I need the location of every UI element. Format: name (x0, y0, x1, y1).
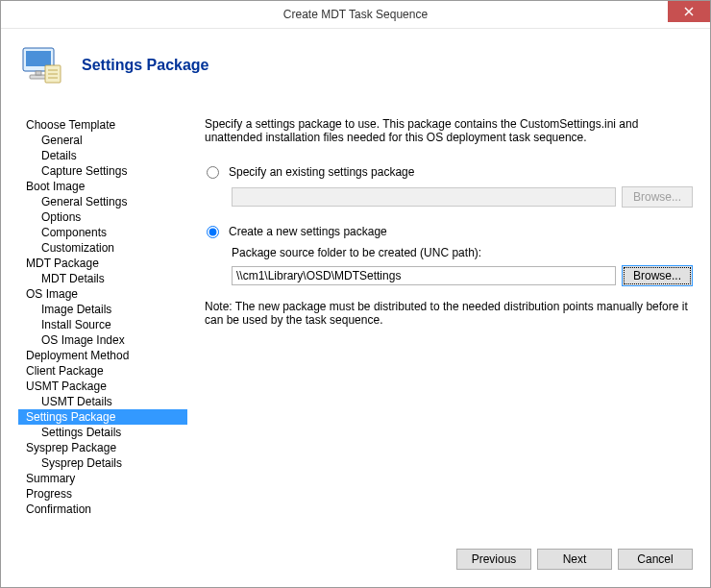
browse-existing-button: Browse... (622, 186, 693, 208)
svg-rect-5 (36, 71, 41, 75)
sidebar-step[interactable]: OS Image Index (18, 332, 187, 348)
sidebar-step[interactable]: Install Source (18, 317, 187, 332)
sidebar-step[interactable]: Settings Package (18, 409, 187, 425)
sidebar-step[interactable]: MDT Details (18, 271, 187, 286)
radio-existing-package[interactable] (207, 166, 219, 179)
sidebar-step[interactable]: USMT Package (18, 379, 187, 394)
wizard-header: Settings Package (1, 29, 710, 117)
wizard-window: Create MDT Task Sequence Settings Packag… (0, 0, 711, 588)
sidebar-step[interactable]: Components (18, 225, 187, 240)
sidebar-step[interactable]: General (18, 133, 187, 148)
sidebar-step[interactable]: USMT Details (18, 394, 187, 409)
page-description: Specify a settings package to use. This … (205, 117, 693, 144)
wizard-content: Specify a settings package to use. This … (191, 117, 693, 570)
sidebar-step[interactable]: Client Package (18, 363, 187, 379)
sidebar-step[interactable]: Progress (18, 486, 187, 502)
svg-rect-4 (30, 75, 47, 79)
radio-new-package[interactable] (207, 226, 219, 238)
radio-existing-label: Specify an existing settings package (229, 165, 414, 179)
previous-button[interactable]: Previous (456, 549, 531, 570)
sidebar-step[interactable]: OS Image (18, 286, 187, 302)
distribution-note: Note: The new package must be distribute… (205, 300, 693, 327)
browse-new-button[interactable]: Browse... (622, 265, 693, 286)
new-package-path-input[interactable] (232, 266, 616, 285)
wizard-footer: Previous Next Cancel (456, 549, 693, 570)
sidebar-step[interactable]: General Settings (18, 194, 187, 209)
page-title: Settings Package (82, 57, 209, 74)
sidebar-step[interactable]: Options (18, 209, 187, 225)
svg-rect-3 (26, 51, 51, 66)
cancel-button[interactable]: Cancel (618, 549, 693, 570)
sidebar-step[interactable]: Confirmation (18, 502, 187, 517)
sidebar-step[interactable]: Image Details (18, 302, 187, 317)
wizard-steps-sidebar: Choose TemplateGeneralDetailsCapture Set… (18, 117, 191, 570)
option-existing-row: Specify an existing settings package (205, 165, 693, 179)
new-package-field-row: Browse... (232, 265, 693, 286)
sidebar-step[interactable]: Sysprep Details (18, 455, 187, 471)
option-new-row: Create a new settings package (205, 225, 693, 238)
sidebar-step[interactable]: MDT Package (18, 256, 187, 271)
titlebar: Create MDT Task Sequence (1, 1, 710, 29)
sidebar-step[interactable]: Choose Template (18, 117, 187, 133)
new-package-path-label: Package source folder to be created (UNC… (232, 246, 693, 259)
sidebar-step[interactable]: Details (18, 148, 187, 163)
computer-icon (18, 42, 64, 88)
close-button[interactable] (668, 1, 710, 22)
sidebar-step[interactable]: Customization (18, 240, 187, 256)
sidebar-step[interactable]: Sysprep Package (18, 440, 187, 455)
sidebar-step[interactable]: Deployment Method (18, 348, 187, 363)
sidebar-step[interactable]: Settings Details (18, 425, 187, 440)
sidebar-step[interactable]: Boot Image (18, 179, 187, 194)
next-button[interactable]: Next (537, 549, 612, 570)
existing-package-field-row: Browse... (232, 186, 693, 208)
window-title: Create MDT Task Sequence (283, 8, 428, 21)
sidebar-step[interactable]: Summary (18, 471, 187, 486)
existing-package-input (232, 187, 616, 207)
wizard-body: Choose TemplateGeneralDetailsCapture Set… (1, 117, 710, 587)
sidebar-step[interactable]: Capture Settings (18, 163, 187, 179)
radio-new-label: Create a new settings package (229, 225, 387, 238)
